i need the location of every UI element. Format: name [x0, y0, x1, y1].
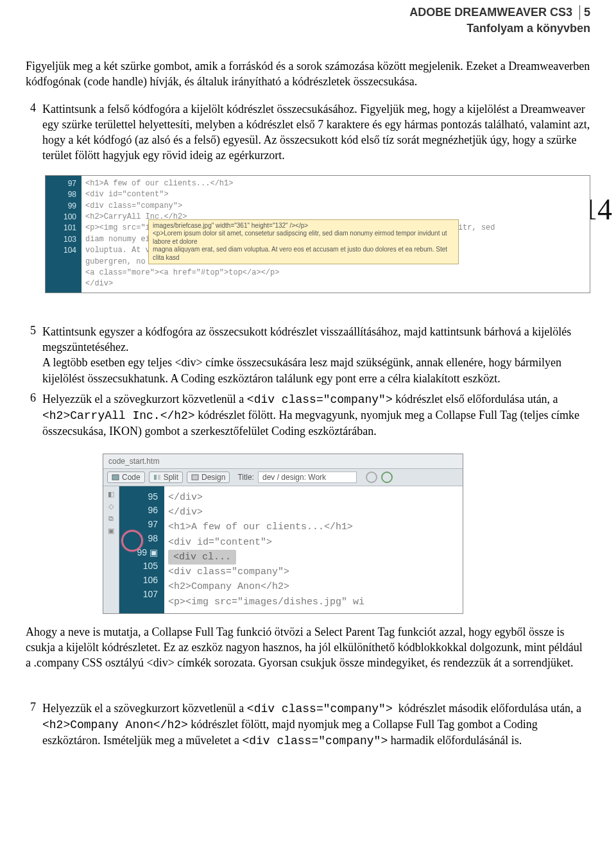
code-icon [112, 473, 119, 481]
tool-icon[interactable]: ◧ [108, 490, 114, 498]
collapsed-chip[interactable]: <div cl... [168, 550, 236, 565]
paragraph-after-shot2: Ahogy a neve is mutatja, a Collapse Full… [26, 624, 590, 671]
code-view-button[interactable]: Code [107, 472, 145, 483]
step-body: Kattintsunk egyszer a kódfogóra az össze… [42, 324, 590, 386]
header-subtitle: Tanfolyam a könyvben [26, 21, 590, 36]
tool-icon[interactable]: ◇ [108, 502, 114, 511]
title-input[interactable]: dev / design: Work [258, 472, 357, 483]
step-body: Helyezzük el a szövegkurzort közvetlenül… [42, 701, 590, 749]
code-tooltip: images/briefcase.jpg" width="361" height… [148, 219, 459, 265]
header-page-number: 5 [579, 5, 590, 20]
step-body: Kattintsunk a felső kódfogóra a kijelölt… [42, 101, 590, 164]
code-area: </div> </div> <h1>A few of our clients..… [164, 486, 463, 613]
view-toolbar: Code Split Design Title: dev / design: W… [103, 469, 463, 486]
tool-icon[interactable]: ▣ [108, 527, 114, 535]
validate-icon[interactable] [366, 472, 377, 483]
screenshot-code-tooltip: 97 98 99 100 101 103 104 <h1>A few of ou… [45, 175, 590, 293]
split-view-button[interactable]: Split [149, 472, 183, 483]
coding-toolbar: ◧ ◇ ⧉ ▣ [103, 486, 119, 613]
split-icon [153, 473, 161, 481]
intro-paragraph: Figyeljük meg a két szürke gombot, amik … [26, 58, 590, 90]
preview-icon[interactable] [381, 472, 393, 483]
design-icon [191, 473, 199, 481]
page-header: ADOBE DREAMWEAVER CS3 5 Tanfolyam a köny… [26, 0, 590, 35]
svg-rect-1 [154, 475, 157, 480]
collapse-full-tag-icon[interactable]: ⧉ [108, 514, 114, 523]
step-number: 4 [26, 101, 36, 164]
step-body: Helyezzük el a szövegkurzort közvetlenül… [42, 391, 590, 439]
header-title: ADOBE DREAMWEAVER CS3 [409, 6, 572, 19]
title-label: Title: [237, 473, 254, 482]
step-number: 6 [26, 391, 36, 439]
svg-rect-2 [158, 475, 160, 480]
line-gutter: 97 98 99 100 101 103 104 [46, 176, 81, 293]
document-tab[interactable]: code_start.htm [103, 454, 463, 469]
svg-rect-3 [192, 475, 198, 480]
screenshot-code-collapse: code_start.htm Code Split Design Title: … [103, 454, 463, 614]
step-number: 5 [26, 324, 36, 386]
collapse-handle-icon[interactable]: ▣ [150, 547, 158, 557]
highlight-circle [121, 530, 143, 552]
design-view-button[interactable]: Design [187, 472, 230, 483]
step-number: 7 [26, 701, 36, 749]
svg-rect-0 [112, 475, 119, 480]
